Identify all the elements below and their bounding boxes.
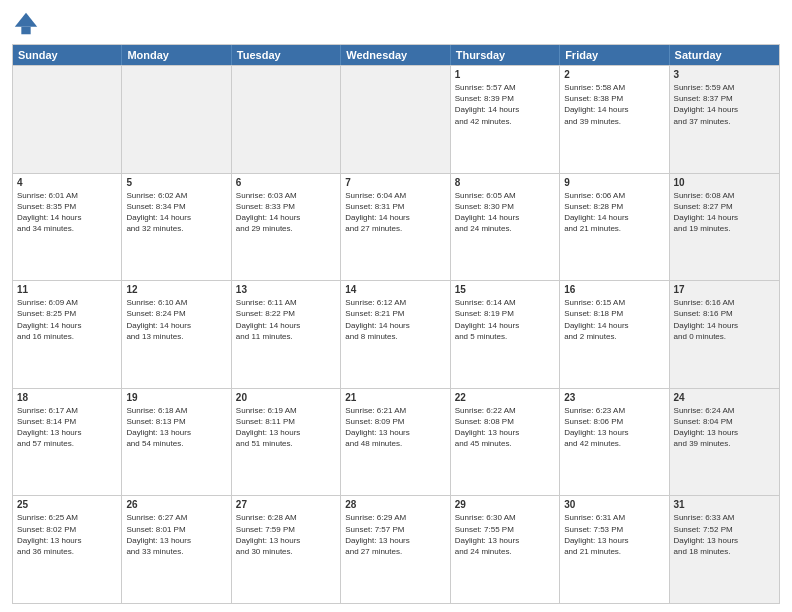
calendar-cell: 22Sunrise: 6:22 AMSunset: 8:08 PMDayligh… [451,389,560,496]
day-info: Sunrise: 6:08 AMSunset: 8:27 PMDaylight:… [674,190,775,235]
day-number: 6 [236,177,336,188]
calendar-cell [232,66,341,173]
day-info: Sunrise: 6:18 AMSunset: 8:13 PMDaylight:… [126,405,226,450]
day-info: Sunrise: 5:59 AMSunset: 8:37 PMDaylight:… [674,82,775,127]
weekday-header: Monday [122,45,231,65]
day-info: Sunrise: 6:30 AMSunset: 7:55 PMDaylight:… [455,512,555,557]
day-info: Sunrise: 5:58 AMSunset: 8:38 PMDaylight:… [564,82,664,127]
day-number: 14 [345,284,445,295]
weekday-header: Sunday [13,45,122,65]
calendar-cell: 13Sunrise: 6:11 AMSunset: 8:22 PMDayligh… [232,281,341,388]
calendar-cell: 28Sunrise: 6:29 AMSunset: 7:57 PMDayligh… [341,496,450,603]
day-number: 21 [345,392,445,403]
day-number: 9 [564,177,664,188]
logo-icon [12,10,40,38]
weekday-header: Tuesday [232,45,341,65]
day-info: Sunrise: 6:02 AMSunset: 8:34 PMDaylight:… [126,190,226,235]
day-number: 17 [674,284,775,295]
day-info: Sunrise: 6:24 AMSunset: 8:04 PMDaylight:… [674,405,775,450]
day-number: 25 [17,499,117,510]
calendar-cell: 20Sunrise: 6:19 AMSunset: 8:11 PMDayligh… [232,389,341,496]
day-info: Sunrise: 6:19 AMSunset: 8:11 PMDaylight:… [236,405,336,450]
calendar-cell: 5Sunrise: 6:02 AMSunset: 8:34 PMDaylight… [122,174,231,281]
day-number: 7 [345,177,445,188]
calendar-cell [13,66,122,173]
day-number: 30 [564,499,664,510]
day-number: 20 [236,392,336,403]
day-info: Sunrise: 6:27 AMSunset: 8:01 PMDaylight:… [126,512,226,557]
day-number: 27 [236,499,336,510]
day-number: 31 [674,499,775,510]
day-info: Sunrise: 6:21 AMSunset: 8:09 PMDaylight:… [345,405,445,450]
calendar-cell: 11Sunrise: 6:09 AMSunset: 8:25 PMDayligh… [13,281,122,388]
day-number: 11 [17,284,117,295]
calendar-cell: 18Sunrise: 6:17 AMSunset: 8:14 PMDayligh… [13,389,122,496]
day-number: 19 [126,392,226,403]
day-info: Sunrise: 5:57 AMSunset: 8:39 PMDaylight:… [455,82,555,127]
day-number: 4 [17,177,117,188]
calendar-cell [341,66,450,173]
day-info: Sunrise: 6:09 AMSunset: 8:25 PMDaylight:… [17,297,117,342]
day-number: 23 [564,392,664,403]
day-info: Sunrise: 6:29 AMSunset: 7:57 PMDaylight:… [345,512,445,557]
calendar-week: 4Sunrise: 6:01 AMSunset: 8:35 PMDaylight… [13,173,779,281]
day-number: 15 [455,284,555,295]
calendar-cell: 14Sunrise: 6:12 AMSunset: 8:21 PMDayligh… [341,281,450,388]
day-number: 3 [674,69,775,80]
weekday-header: Saturday [670,45,779,65]
page: SundayMondayTuesdayWednesdayThursdayFrid… [0,0,792,612]
calendar-cell: 29Sunrise: 6:30 AMSunset: 7:55 PMDayligh… [451,496,560,603]
calendar-week: 1Sunrise: 5:57 AMSunset: 8:39 PMDaylight… [13,65,779,173]
calendar-cell: 10Sunrise: 6:08 AMSunset: 8:27 PMDayligh… [670,174,779,281]
calendar-week: 18Sunrise: 6:17 AMSunset: 8:14 PMDayligh… [13,388,779,496]
header [12,10,780,38]
day-number: 29 [455,499,555,510]
svg-marker-0 [15,13,37,27]
day-number: 8 [455,177,555,188]
calendar-cell [122,66,231,173]
calendar-week: 25Sunrise: 6:25 AMSunset: 8:02 PMDayligh… [13,495,779,603]
weekday-header: Thursday [451,45,560,65]
day-info: Sunrise: 6:31 AMSunset: 7:53 PMDaylight:… [564,512,664,557]
calendar-cell: 30Sunrise: 6:31 AMSunset: 7:53 PMDayligh… [560,496,669,603]
day-info: Sunrise: 6:05 AMSunset: 8:30 PMDaylight:… [455,190,555,235]
logo [12,10,44,38]
calendar-week: 11Sunrise: 6:09 AMSunset: 8:25 PMDayligh… [13,280,779,388]
day-info: Sunrise: 6:12 AMSunset: 8:21 PMDaylight:… [345,297,445,342]
day-info: Sunrise: 6:33 AMSunset: 7:52 PMDaylight:… [674,512,775,557]
day-info: Sunrise: 6:28 AMSunset: 7:59 PMDaylight:… [236,512,336,557]
day-number: 22 [455,392,555,403]
calendar-cell: 31Sunrise: 6:33 AMSunset: 7:52 PMDayligh… [670,496,779,603]
calendar-cell: 23Sunrise: 6:23 AMSunset: 8:06 PMDayligh… [560,389,669,496]
day-info: Sunrise: 6:10 AMSunset: 8:24 PMDaylight:… [126,297,226,342]
day-info: Sunrise: 6:22 AMSunset: 8:08 PMDaylight:… [455,405,555,450]
day-number: 1 [455,69,555,80]
calendar-cell: 24Sunrise: 6:24 AMSunset: 8:04 PMDayligh… [670,389,779,496]
day-number: 18 [17,392,117,403]
calendar-cell: 19Sunrise: 6:18 AMSunset: 8:13 PMDayligh… [122,389,231,496]
day-info: Sunrise: 6:17 AMSunset: 8:14 PMDaylight:… [17,405,117,450]
svg-rect-1 [21,27,30,34]
calendar-cell: 9Sunrise: 6:06 AMSunset: 8:28 PMDaylight… [560,174,669,281]
weekday-header: Friday [560,45,669,65]
calendar-cell: 2Sunrise: 5:58 AMSunset: 8:38 PMDaylight… [560,66,669,173]
calendar-cell: 15Sunrise: 6:14 AMSunset: 8:19 PMDayligh… [451,281,560,388]
calendar-cell: 16Sunrise: 6:15 AMSunset: 8:18 PMDayligh… [560,281,669,388]
calendar: SundayMondayTuesdayWednesdayThursdayFrid… [12,44,780,604]
day-info: Sunrise: 6:06 AMSunset: 8:28 PMDaylight:… [564,190,664,235]
day-number: 28 [345,499,445,510]
calendar-body: 1Sunrise: 5:57 AMSunset: 8:39 PMDaylight… [13,65,779,603]
day-number: 2 [564,69,664,80]
calendar-cell: 1Sunrise: 5:57 AMSunset: 8:39 PMDaylight… [451,66,560,173]
calendar-cell: 7Sunrise: 6:04 AMSunset: 8:31 PMDaylight… [341,174,450,281]
day-info: Sunrise: 6:16 AMSunset: 8:16 PMDaylight:… [674,297,775,342]
day-info: Sunrise: 6:23 AMSunset: 8:06 PMDaylight:… [564,405,664,450]
calendar-cell: 6Sunrise: 6:03 AMSunset: 8:33 PMDaylight… [232,174,341,281]
calendar-header: SundayMondayTuesdayWednesdayThursdayFrid… [13,45,779,65]
calendar-cell: 27Sunrise: 6:28 AMSunset: 7:59 PMDayligh… [232,496,341,603]
calendar-cell: 4Sunrise: 6:01 AMSunset: 8:35 PMDaylight… [13,174,122,281]
day-info: Sunrise: 6:15 AMSunset: 8:18 PMDaylight:… [564,297,664,342]
calendar-cell: 8Sunrise: 6:05 AMSunset: 8:30 PMDaylight… [451,174,560,281]
day-number: 26 [126,499,226,510]
day-number: 16 [564,284,664,295]
